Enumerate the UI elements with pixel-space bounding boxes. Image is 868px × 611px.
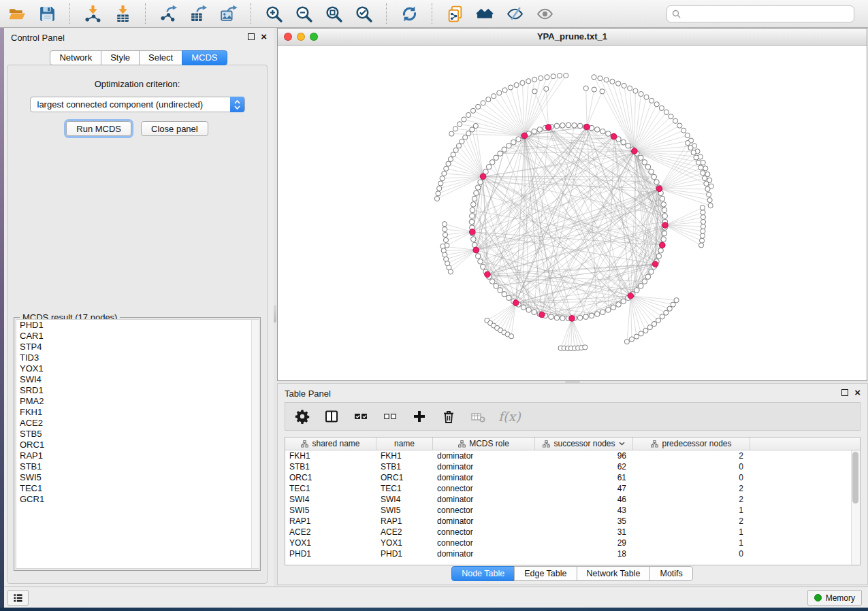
column-label: successor nodes: [553, 439, 615, 448]
export-table-button[interactable]: [188, 3, 208, 24]
cell-mcds-role: dominator: [433, 516, 535, 526]
refresh-view-button[interactable]: [399, 3, 419, 24]
cell-mcds-role: connector: [433, 506, 535, 515]
select-all-button[interactable]: [352, 408, 370, 425]
column-header-shared-name[interactable]: shared name: [285, 437, 376, 450]
open-file-button[interactable]: [7, 3, 27, 24]
mcds-result-item[interactable]: SWI4: [16, 374, 258, 385]
table-row[interactable]: ACE2ACE2connector311: [285, 527, 860, 538]
cell-predecessor-nodes: 0: [633, 462, 750, 472]
app-window: Control Panel × NetworkStyleSelectMCDS O…: [0, 0, 868, 611]
search-box[interactable]: [666, 5, 854, 22]
mcds-result-item[interactable]: SRD1: [16, 385, 258, 396]
zoom-in-button[interactable]: [263, 3, 284, 24]
mcds-result-item[interactable]: STP4: [16, 342, 258, 352]
table-row[interactable]: TEC1TEC1connector472: [285, 483, 860, 494]
mcds-result-scrollbar[interactable]: [251, 320, 259, 568]
plus-icon: [412, 409, 427, 424]
home-button[interactable]: [475, 3, 495, 24]
mcds-result-item[interactable]: CAR1: [16, 331, 258, 342]
task-history-button[interactable]: [7, 590, 29, 606]
tab-mcds[interactable]: MCDS: [182, 50, 227, 65]
table-row[interactable]: PHD1PHD1dominator180: [285, 548, 860, 559]
mcds-result-item[interactable]: TEC1: [16, 483, 258, 494]
table-settings-button[interactable]: [293, 408, 311, 425]
cell-shared-name: FKH1: [285, 451, 376, 461]
column-type-icon: [301, 440, 308, 448]
mcds-result-item[interactable]: ORC1: [16, 440, 258, 450]
column-header-name[interactable]: name: [376, 437, 433, 450]
mcds-result-list[interactable]: PHD1CAR1STP4TID3YOX1SWI4SRD1PMA2FKH1ACE2…: [16, 319, 259, 569]
status-bar: Memory: [4, 587, 868, 608]
close-panel-icon[interactable]: ×: [261, 33, 267, 40]
tab-motifs[interactable]: Motifs: [649, 566, 692, 581]
table-row[interactable]: YOX1YOX1connector291: [285, 538, 860, 548]
delete-columns-button[interactable]: [440, 408, 457, 425]
tab-select[interactable]: Select: [139, 50, 182, 65]
table-scrollbar-thumb[interactable]: [852, 452, 858, 503]
column-selector-button[interactable]: [323, 408, 340, 425]
table-scrollbar[interactable]: [851, 450, 860, 565]
column-header-predecessor-nodes[interactable]: predecessor nodes: [633, 437, 750, 450]
export-network-button[interactable]: [158, 3, 178, 24]
save-session-button[interactable]: [37, 3, 57, 24]
mcds-result-item[interactable]: SWI5: [16, 472, 258, 483]
table-row[interactable]: RAP1RAP1dominator352: [285, 516, 860, 527]
cell-mcds-role: dominator: [433, 549, 535, 559]
tab-network[interactable]: Network: [50, 50, 101, 65]
close-window-icon[interactable]: [284, 33, 292, 41]
optimization-criterion-select[interactable]: largest connected component (undirected): [30, 97, 245, 112]
table-row[interactable]: FKH1FKH1dominator962: [285, 450, 860, 461]
float-table-panel-icon[interactable]: [841, 389, 848, 396]
cell-successor-nodes: 43: [535, 506, 633, 515]
close-panel-button[interactable]: Close panel: [141, 121, 208, 136]
search-input[interactable]: [684, 8, 849, 19]
visual-properties-button[interactable]: [504, 3, 525, 24]
minimize-window-icon[interactable]: [297, 33, 305, 41]
column-label: MCDS role: [469, 439, 509, 448]
mcds-result-item[interactable]: STB1: [16, 461, 258, 472]
tab-style[interactable]: Style: [101, 50, 140, 65]
table-row[interactable]: ORC1ORC1dominator610: [285, 472, 860, 483]
cell-name: RAP1: [376, 516, 433, 526]
table-row[interactable]: SWI4SWI4dominator462: [285, 494, 860, 505]
mcds-result-item[interactable]: FKH1: [16, 407, 258, 418]
float-panel-icon[interactable]: [248, 33, 255, 40]
column-header-MCDS-role[interactable]: MCDS role: [433, 437, 535, 450]
mcds-result-item[interactable]: PHD1: [16, 320, 258, 331]
main-toolbar: [0, 0, 868, 28]
memory-button[interactable]: Memory: [807, 590, 862, 606]
mcds-result-item[interactable]: STB5: [16, 429, 258, 440]
deselect-all-button[interactable]: [381, 408, 399, 425]
maximize-window-icon[interactable]: [310, 33, 318, 41]
close-table-panel-icon[interactable]: ×: [854, 389, 861, 396]
save-icon: [38, 5, 57, 23]
mcds-result-item[interactable]: RAP1: [16, 450, 258, 461]
export-image-button[interactable]: [218, 3, 238, 24]
network-window-titlebar[interactable]: YPA_prune.txt_1: [278, 29, 867, 46]
mcds-result-item[interactable]: YOX1: [16, 363, 258, 374]
run-mcds-button[interactable]: Run MCDS: [66, 121, 131, 136]
mcds-result-item[interactable]: PMA2: [16, 396, 258, 407]
zoom-selected-button[interactable]: [353, 3, 374, 24]
zoom-out-button[interactable]: [293, 3, 314, 24]
toolbar-separator: [251, 3, 251, 24]
panel-divider-grip[interactable]: [274, 305, 276, 323]
tab-edge-table[interactable]: Edge Table: [514, 566, 577, 581]
preview-eye-button[interactable]: [534, 3, 555, 24]
clone-network-button[interactable]: [445, 3, 465, 24]
import-table-button[interactable]: [112, 3, 133, 24]
mcds-result-item[interactable]: ACE2: [16, 418, 258, 429]
table-panel-title: Table Panel: [285, 389, 331, 399]
tab-node-table[interactable]: Node Table: [451, 566, 515, 581]
network-canvas[interactable]: [278, 46, 867, 380]
tab-network-table[interactable]: Network Table: [577, 566, 651, 581]
table-row[interactable]: STB1STB1dominator620: [285, 461, 860, 472]
mcds-result-item[interactable]: TID3: [16, 352, 258, 363]
import-network-button[interactable]: [82, 3, 103, 24]
zoom-fit-button[interactable]: [323, 3, 344, 24]
mcds-result-item[interactable]: GCR1: [16, 494, 258, 505]
table-row[interactable]: SWI5SWI5connector431: [285, 505, 860, 516]
column-header-successor-nodes[interactable]: successor nodes: [535, 437, 633, 450]
add-column-button[interactable]: [411, 408, 428, 425]
